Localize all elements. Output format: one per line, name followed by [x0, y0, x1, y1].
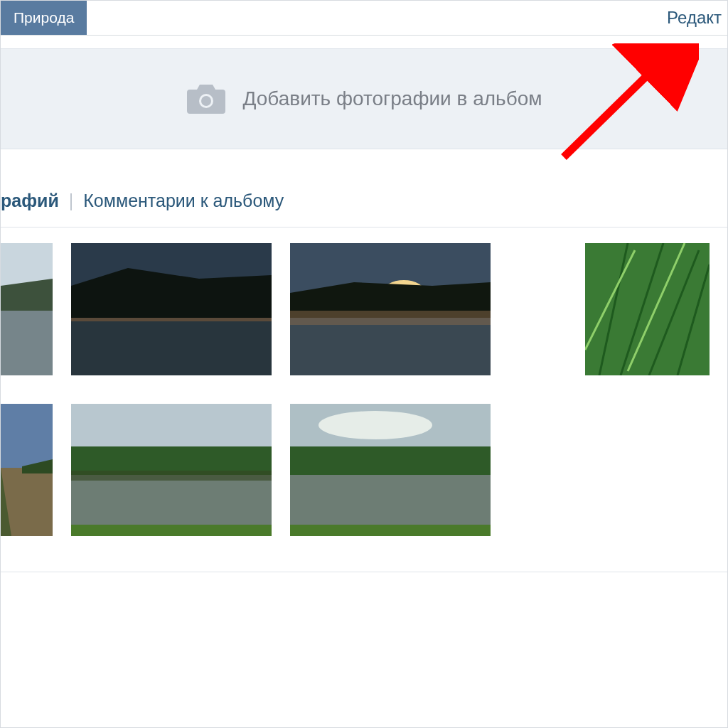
svg-rect-7 [71, 314, 272, 375]
sub-tabs: рафий | Комментарии к альбому [0, 191, 727, 220]
photo-thumb-2[interactable] [71, 243, 272, 375]
svg-rect-23 [1, 404, 53, 468]
svg-rect-35 [290, 475, 491, 525]
svg-rect-36 [290, 525, 491, 536]
photo-thumb-6[interactable] [71, 404, 272, 536]
photo-thumb-1[interactable] [1, 243, 53, 375]
album-tab-active[interactable]: Природа [1, 1, 87, 35]
svg-rect-29 [71, 475, 272, 525]
edit-album-label: Редакт [667, 8, 722, 27]
camera-icon [186, 82, 227, 115]
divider-bottom [1, 572, 727, 572]
subtab-photos[interactable]: рафий [1, 191, 59, 211]
svg-rect-4 [1, 311, 53, 375]
subtab-separator: | [69, 191, 74, 211]
top-bar: Природа Редакт [1, 1, 727, 36]
svg-point-1 [201, 96, 211, 106]
add-photos-label: Добавить фотографии в альбом [242, 87, 542, 110]
album-page: Природа Редакт Добавить фотографии в аль… [0, 0, 728, 728]
svg-rect-34 [290, 446, 491, 475]
edit-album-link[interactable]: Редакт [667, 8, 727, 28]
subtab-comments[interactable]: Комментарии к альбому [83, 191, 284, 211]
divider [1, 227, 727, 228]
album-tab-label: Природа [14, 9, 74, 26]
svg-rect-30 [71, 525, 272, 536]
svg-rect-27 [71, 404, 272, 446]
photo-grid-row1 [1, 243, 727, 375]
photo-thumb-4[interactable] [585, 243, 710, 375]
photo-thumb-5[interactable] [1, 404, 53, 536]
svg-rect-31 [71, 471, 272, 481]
svg-rect-15 [290, 311, 491, 325]
svg-point-33 [318, 411, 432, 439]
add-photos-panel[interactable]: Добавить фотографии в альбом [1, 48, 727, 149]
photo-thumb-3[interactable] [290, 243, 491, 375]
photo-grid-row2 [1, 404, 727, 536]
photo-thumb-7[interactable] [290, 404, 491, 536]
